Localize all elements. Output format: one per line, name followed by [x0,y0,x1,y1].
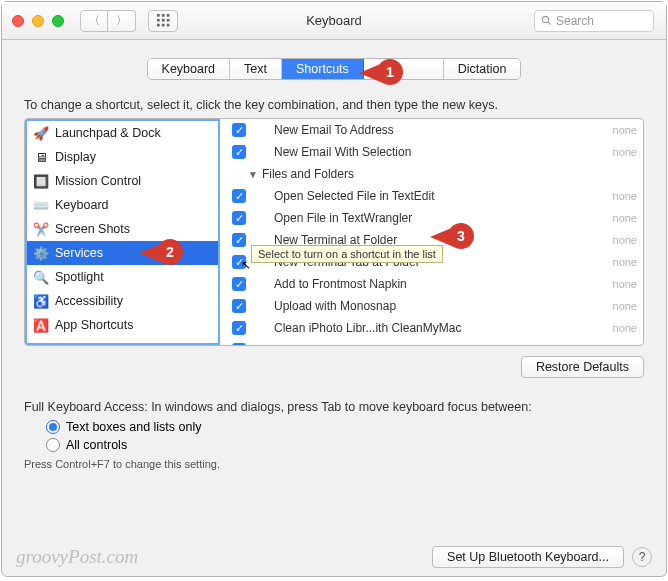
category-icon: ⌨️ [33,197,49,213]
service-item[interactable]: ✓Upload with Monosnapnone [220,295,643,317]
service-label: New Email To Address [274,123,613,137]
checkbox[interactable]: ✓ [232,145,246,159]
shortcut-value: none [613,344,637,345]
category-item[interactable]: 🖥Display [27,145,218,169]
service-group[interactable]: ▼Files and Folders [220,163,643,185]
shortcut-value: none [613,278,637,290]
svg-line-10 [548,22,551,25]
svg-point-9 [542,16,548,22]
tab-input-sources[interactable]: rces [364,59,444,79]
tab-dictation[interactable]: Dictation [444,59,521,79]
radio-icon [46,438,60,452]
full-keyboard-access-label: Full Keyboard Access: In windows and dia… [24,400,644,414]
category-label: Services [55,246,103,260]
tab-row: Keyboard Text Shortcuts rces Dictation [2,58,666,80]
disclosure-triangle-icon[interactable]: ▼ [248,169,258,180]
service-label: Add to Frontmost Napkin [274,277,613,291]
service-label: Clean iPhoto Libr...ith CleanMyMac [274,321,613,335]
shortcut-value: none [613,256,637,268]
shortcut-value: none [613,300,637,312]
window-titlebar: 〈 〉 Keyboard Search [2,2,666,40]
checkbox[interactable]: ✓ [232,277,246,291]
shortcut-value: none [613,190,637,202]
category-icon: 🔲 [33,173,49,189]
service-label: Upload with Monosnap [274,299,613,313]
category-label: Screen Shots [55,222,130,236]
checkbox[interactable]: ✓ [232,189,246,203]
shortcut-value: none [613,146,637,158]
shortcut-value: none [613,322,637,334]
tab-shortcuts[interactable]: Shortcuts [282,59,364,79]
checkbox[interactable]: ✓ [232,343,246,345]
services-list[interactable]: Select to turn on a shortcut in the list… [220,119,643,345]
service-item[interactable]: ✓Clean with CleanMyMacnone [220,339,643,345]
category-icon: ✂️ [33,221,49,237]
category-icon: 🖥 [33,149,49,165]
category-label: Launchpad & Dock [55,126,161,140]
category-label: Display [55,150,96,164]
checkbox[interactable]: ✓ [232,123,246,137]
category-item[interactable]: ⌨️Keyboard [27,193,218,217]
search-input[interactable]: Search [534,10,654,32]
service-item[interactable]: ✓New Email To Addressnone [220,119,643,141]
category-icon: ♿ [33,293,49,309]
checkbox[interactable]: ✓ [232,299,246,313]
category-label: Accessibility [55,294,123,308]
cursor-icon: ↖ [241,258,251,272]
checkbox[interactable]: ✓ [232,321,246,335]
tooltip: Select to turn on a shortcut in the list [251,245,443,263]
instructions-text: To change a shortcut, select it, click t… [24,98,644,112]
category-list[interactable]: 🚀Launchpad & Dock🖥Display🔲Mission Contro… [25,119,220,345]
category-item[interactable]: ♿Accessibility [27,289,218,313]
service-label: Open Selected File in TextEdit [274,189,613,203]
category-label: Keyboard [55,198,109,212]
service-item[interactable]: ✓Clean iPhoto Libr...ith CleanMyMacnone [220,317,643,339]
restore-defaults-button[interactable]: Restore Defaults [521,356,644,378]
checkbox[interactable]: ✓ [232,233,246,247]
search-placeholder: Search [556,14,594,28]
shortcut-value: none [613,212,637,224]
category-item[interactable]: 🔲Mission Control [27,169,218,193]
category-icon: 🔍 [33,269,49,285]
category-icon: ⚙️ [33,245,49,261]
category-item[interactable]: 🔍Spotlight [27,265,218,289]
shortcuts-panel: 🚀Launchpad & Dock🖥Display🔲Mission Contro… [24,118,644,346]
service-label: New Email With Selection [274,145,613,159]
category-icon: 🚀 [33,125,49,141]
category-item[interactable]: ⚙️Services [27,241,218,265]
service-item[interactable]: ✓Open Selected File in TextEditnone [220,185,643,207]
tab-text[interactable]: Text [230,59,282,79]
category-item[interactable]: 🚀Launchpad & Dock [27,121,218,145]
radio-all-controls[interactable]: All controls [46,438,666,452]
search-icon [541,15,552,26]
category-label: Mission Control [55,174,141,188]
group-label: Files and Folders [262,167,354,181]
service-label: Clean with CleanMyMac [274,343,613,345]
radio-text-boxes-only[interactable]: Text boxes and lists only [46,420,666,434]
service-item[interactable]: ✓Open File in TextWranglernone [220,207,643,229]
radio-icon [46,420,60,434]
category-item[interactable]: 🅰️App Shortcuts [27,313,218,337]
category-label: Spotlight [55,270,104,284]
setup-bluetooth-button[interactable]: Set Up Bluetooth Keyboard... [432,546,624,568]
keyboard-access-hint: Press Control+F7 to change this setting. [24,458,644,470]
shortcut-value: none [613,234,637,246]
category-label: App Shortcuts [55,318,134,332]
checkbox[interactable]: ✓ [232,211,246,225]
category-item[interactable]: ✂️Screen Shots [27,217,218,241]
service-item[interactable]: ✓New Email With Selectionnone [220,141,643,163]
service-label: Open File in TextWrangler [274,211,613,225]
tab-keyboard[interactable]: Keyboard [148,59,231,79]
category-icon: 🅰️ [33,317,49,333]
service-item[interactable]: ✓Add to Frontmost Napkinnone [220,273,643,295]
help-button[interactable]: ? [632,547,652,567]
shortcut-value: none [613,124,637,136]
watermark: groovyPost.com [16,546,138,568]
